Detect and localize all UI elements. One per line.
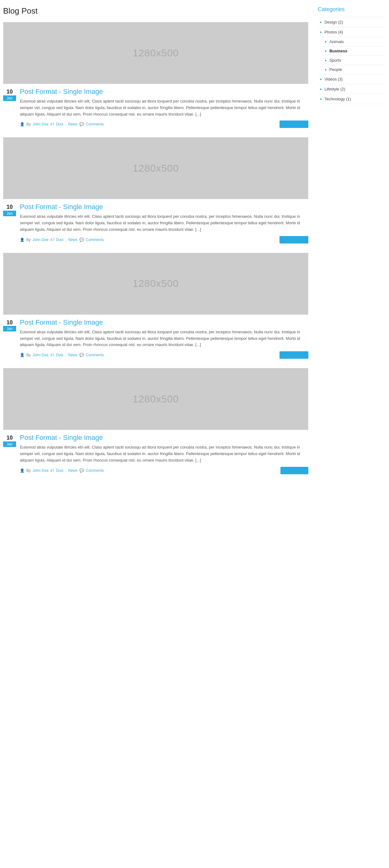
post-excerpt: Euismod atras vulputate iltricies etri e… xyxy=(20,213,308,232)
arrow-icon: ► xyxy=(319,97,323,101)
by-label: By xyxy=(26,122,31,126)
subcategory-label: Business xyxy=(329,49,348,53)
subcategory-item: ► People xyxy=(323,65,386,74)
image-placeholder: 1280x500 xyxy=(133,163,179,174)
post-excerpt: Euismod atras vulputate iltricies etri e… xyxy=(20,444,308,463)
post-tag[interactable]: News xyxy=(68,238,78,242)
read-more-button[interactable]: Read more ; xyxy=(280,467,308,474)
arrow-icon: ► xyxy=(319,87,323,91)
post-title[interactable]: Post Format - Single Image xyxy=(20,203,308,211)
read-more-button[interactable]: Read more... xyxy=(279,121,308,128)
subcategory-label: Animals xyxy=(329,39,344,44)
comment-icon xyxy=(79,122,84,126)
post-tag[interactable]: Duis xyxy=(56,122,63,126)
post-meta-row: 10 Jan Post Format - Single Image Euismo… xyxy=(3,434,308,474)
category-label: Technology (1) xyxy=(325,97,351,101)
post-author[interactable]: John Doe xyxy=(33,238,48,242)
post-tag[interactable]: News xyxy=(68,468,78,473)
date-badge: 10 Jan xyxy=(3,434,16,447)
subcategory-link[interactable]: ► Business xyxy=(323,46,386,56)
category-link[interactable]: ► Design (2) xyxy=(318,17,386,27)
arrow-icon: ► xyxy=(325,68,328,71)
comment-icon xyxy=(79,238,84,242)
post-footer: By John Doe Duis, News Comments Read mor… xyxy=(20,121,308,128)
post-body: Post Format - Single Image Euismod atras… xyxy=(20,434,308,474)
post-month: Jan xyxy=(3,326,16,332)
read-more-button[interactable]: Read more... xyxy=(279,351,308,359)
post-footer-left: By John Doe Duis, News Comments xyxy=(20,122,104,126)
date-badge: 10 Jan xyxy=(3,318,16,332)
post-footer-left: By John Doe Duis, News Comments xyxy=(20,468,104,473)
post-comments[interactable]: Comments xyxy=(86,468,104,473)
read-more-button[interactable]: Read more... xyxy=(279,236,308,244)
post-tag[interactable]: News xyxy=(68,122,78,126)
post-author[interactable]: John Doe xyxy=(33,353,48,357)
post-day: 10 xyxy=(3,318,16,326)
post-body: Post Format - Single Image Euismod atras… xyxy=(20,203,308,243)
post-tag[interactable]: Duis xyxy=(56,468,63,473)
subcategory-list: ► Animals ► Business ► Sports ► People xyxy=(318,37,386,74)
post-body: Post Format - Single Image Euismod atras… xyxy=(20,88,308,128)
tag-icon xyxy=(50,238,54,242)
post-month: Jan xyxy=(3,211,16,216)
category-link[interactable]: ► Technology (1) xyxy=(318,94,386,104)
comment-icon xyxy=(79,468,84,473)
image-placeholder: 1280x500 xyxy=(133,48,179,59)
post-comments[interactable]: Comments xyxy=(86,353,104,357)
post-meta-row: 10 Jan Post Format - Single Image Euismo… xyxy=(3,88,308,128)
person-icon xyxy=(20,353,25,357)
tag-icon xyxy=(50,122,54,126)
by-label: By xyxy=(26,353,31,357)
post-title[interactable]: Post Format - Single Image xyxy=(20,434,308,442)
category-item: ► Lifestyle (2) xyxy=(318,84,386,94)
sidebar: Categories ► Design (2) ► Photos (4) ► A… xyxy=(318,6,386,484)
post-footer-left: By John Doe Duis, News Comments xyxy=(20,353,104,357)
blog-post: 1280x500 10 Jan Post Format - Single Ima… xyxy=(3,253,308,359)
blog-post: 1280x500 10 Jan Post Format - Single Ima… xyxy=(3,137,308,243)
post-title[interactable]: Post Format - Single Image xyxy=(20,318,308,327)
post-footer: By John Doe Duis, News Comments Read mor… xyxy=(20,351,308,359)
category-item: ► Videos (3) xyxy=(318,74,386,84)
post-title[interactable]: Post Format - Single Image xyxy=(20,88,308,96)
post-month: Jan xyxy=(3,95,16,101)
post-image: 1280x500 xyxy=(3,137,308,199)
subcategory-item: ► Animals xyxy=(323,37,386,46)
categories-list: ► Design (2) ► Photos (4) ► Animals ► Bu… xyxy=(318,17,386,104)
post-comments[interactable]: Comments xyxy=(86,122,104,126)
date-badge: 10 Jan xyxy=(3,88,16,101)
category-link[interactable]: ► Photos (4) xyxy=(318,27,386,37)
blog-post: 1280x500 10 Jan Post Format - Single Ima… xyxy=(3,368,308,474)
tag-icon xyxy=(50,353,54,357)
date-badge: 10 Jan xyxy=(3,203,16,216)
subcategory-label: People xyxy=(329,67,342,72)
subcategory-link[interactable]: ► People xyxy=(323,65,386,74)
subcategory-link[interactable]: ► Animals xyxy=(323,37,386,46)
post-footer: By John Doe Duis, News Comments Read mor… xyxy=(20,467,308,474)
post-comments[interactable]: Comments xyxy=(86,238,104,242)
post-tag[interactable]: Duis xyxy=(56,238,63,242)
post-author[interactable]: John Doe xyxy=(33,468,48,473)
post-footer-left: By John Doe Duis, News Comments xyxy=(20,238,104,242)
post-tag[interactable]: Duis xyxy=(56,353,63,357)
post-day: 10 xyxy=(3,88,16,95)
arrow-icon: ► xyxy=(319,30,323,34)
subcategory-item: ► Sports xyxy=(323,56,386,65)
post-image: 1280x500 xyxy=(3,22,308,84)
category-item: ► Technology (1) xyxy=(318,94,386,104)
posts-container: 1280x500 10 Jan Post Format - Single Ima… xyxy=(3,22,308,474)
category-link[interactable]: ► Lifestyle (2) xyxy=(318,84,386,94)
subcategory-link[interactable]: ► Sports xyxy=(323,56,386,65)
category-label: Videos (3) xyxy=(325,77,343,82)
subcategory-label: Sports xyxy=(329,58,341,63)
post-tag[interactable]: News xyxy=(68,353,78,357)
post-month: Jan xyxy=(3,441,16,447)
main-content: Blog Post 1280x500 10 Jan Post Format - … xyxy=(3,6,308,484)
post-author[interactable]: John Doe xyxy=(33,122,48,126)
person-icon xyxy=(20,468,25,473)
category-label: Lifestyle (2) xyxy=(325,87,345,91)
category-label: Photos (4) xyxy=(325,30,343,34)
arrow-icon: ► xyxy=(319,78,323,81)
category-link[interactable]: ► Videos (3) xyxy=(318,74,386,84)
post-meta-row: 10 Jan Post Format - Single Image Euismo… xyxy=(3,318,308,359)
post-day: 10 xyxy=(3,203,16,211)
